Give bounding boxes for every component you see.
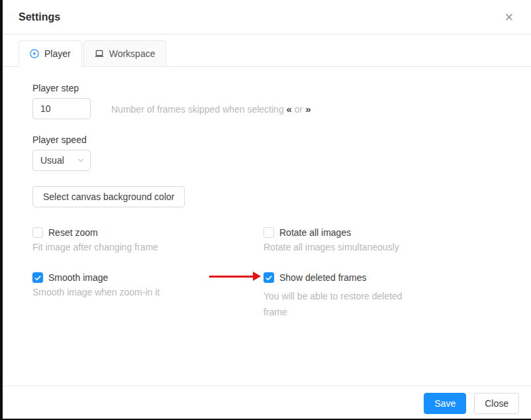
checkbox-box[interactable] [32, 227, 43, 238]
reset-zoom-checkbox[interactable]: Reset zoom [32, 225, 264, 240]
player-speed-select[interactable]: Usual [32, 150, 91, 171]
player-step-label: Player step [32, 81, 515, 95]
player-step-hint: Number of frames skipped when selecting … [111, 103, 311, 115]
modal-header: Settings ✕ [3, 0, 531, 34]
rotate-all-checkbox[interactable]: Rotate all images [264, 225, 515, 240]
smooth-image-help: Smooth image when zoom-in it [32, 285, 264, 299]
tab-player-label: Player [44, 48, 71, 59]
settings-modal: Settings ✕ Player [3, 0, 531, 419]
rotate-all-help: Rotate all images simultaneously [264, 240, 515, 254]
player-speed-value: Usual [40, 155, 64, 166]
close-button[interactable]: Close [474, 393, 519, 414]
player-settings-pane: Player step Number of frames skipped whe… [19, 81, 515, 320]
modal-footer: Save Close [3, 386, 531, 419]
checkbox-grid: Reset zoom Fit image after changing fram… [32, 225, 515, 320]
chevron-down-icon [77, 157, 84, 164]
player-speed-label: Player speed [32, 132, 515, 147]
show-deleted-checkbox[interactable]: Show deleted frames [264, 270, 515, 285]
laptop-icon [95, 49, 104, 58]
tab-player[interactable]: Player [19, 40, 82, 67]
close-icon[interactable]: ✕ [503, 12, 515, 23]
player-step-input[interactable] [32, 98, 91, 119]
canvas-background-button[interactable]: Select canvas background color [32, 186, 185, 207]
rotate-all-cell: Rotate all images Rotate all images simu… [264, 225, 515, 254]
red-annotation-arrow-icon [209, 272, 261, 281]
show-deleted-cell: Show deleted frames You will be able to … [264, 270, 515, 320]
rotate-all-label: Rotate all images [279, 227, 351, 238]
tab-workspace[interactable]: Workspace [83, 40, 167, 67]
save-button[interactable]: Save [424, 393, 466, 414]
play-circle-icon [30, 49, 39, 58]
show-deleted-help: You will be able to restore deleted fram… [264, 288, 417, 320]
checkbox-box[interactable] [264, 272, 274, 283]
modal-body: Player Workspace Player step Number of f… [3, 34, 531, 386]
checkbox-box[interactable] [264, 227, 274, 238]
modal-title: Settings [19, 11, 60, 23]
backward-skip-icon: « [287, 103, 292, 115]
checkbox-box[interactable] [32, 272, 43, 283]
forward-skip-icon: » [305, 103, 311, 115]
tabs-bar: Player Workspace [19, 40, 515, 67]
smooth-image-label: Smooth image [48, 272, 108, 283]
reset-zoom-label: Reset zoom [48, 227, 98, 238]
reset-zoom-help: Fit image after changing frame [32, 240, 264, 254]
show-deleted-label: Show deleted frames [279, 272, 367, 283]
reset-zoom-cell: Reset zoom Fit image after changing fram… [32, 225, 264, 254]
tab-workspace-label: Workspace [109, 48, 156, 59]
